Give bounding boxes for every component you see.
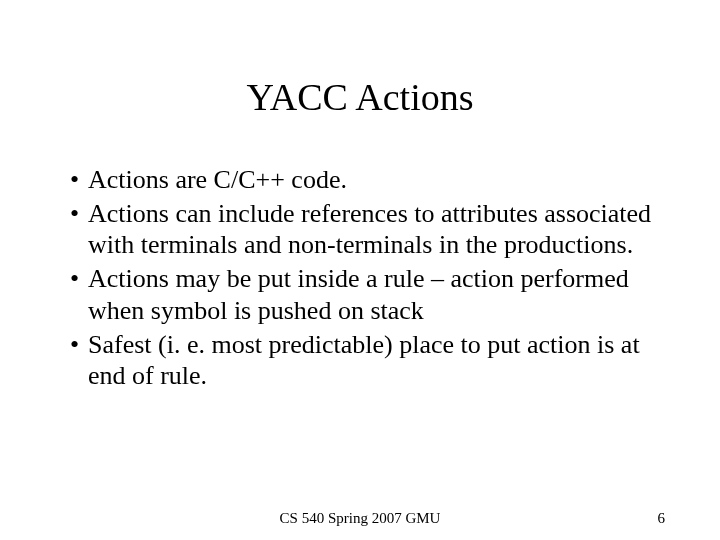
page-number: 6 [658,510,666,527]
bullet-list: Actions are C/C++ code. Actions can incl… [50,164,670,392]
list-item: Actions can include references to attrib… [70,198,670,261]
slide-title: YACC Actions [50,75,670,119]
list-item: Actions may be put inside a rule – actio… [70,263,670,326]
list-item: Actions are C/C++ code. [70,164,670,196]
footer-text: CS 540 Spring 2007 GMU [0,510,720,527]
list-item: Safest (i. e. most predictable) place to… [70,329,670,392]
